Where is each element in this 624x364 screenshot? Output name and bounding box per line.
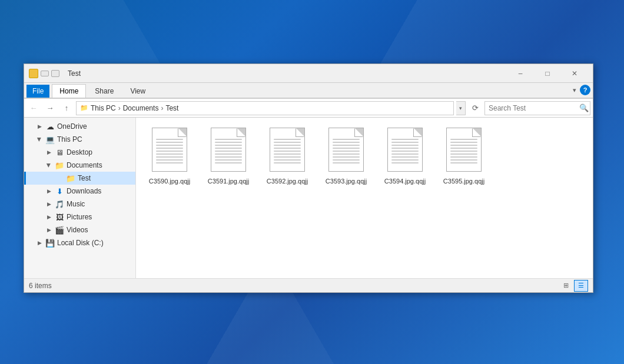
folder-icon — [29, 69, 38, 78]
path-part-1: This PC — [91, 104, 116, 112]
title-bar: Test – □ ✕ — [24, 64, 593, 83]
sidebar-label-thispc: This PC — [57, 135, 82, 143]
search-icon[interactable]: 🔍 — [579, 103, 589, 112]
view-list-button[interactable]: ☰ — [574, 280, 588, 292]
file-icon — [326, 128, 367, 175]
path-part-3: Test — [165, 104, 178, 112]
main-area: ▶ ☁ OneDrive ▶ 💻 This PC ▶ 🖥 Desktop ▶ 📁… — [24, 118, 593, 278]
sidebar-label-videos: Videos — [67, 226, 88, 234]
title-bar-icons — [29, 69, 59, 78]
refresh-button[interactable]: ⟳ — [468, 101, 482, 115]
sidebar-label-test: Test — [78, 174, 91, 182]
sidebar-label-pictures: Pictures — [67, 213, 92, 221]
file-icon — [267, 128, 308, 175]
file-icon — [443, 128, 484, 175]
minimize-button[interactable]: – — [507, 64, 534, 83]
expand-arrow-pictures: ▶ — [45, 214, 52, 220]
file-item[interactable]: C3594.jpg.qqjj — [379, 125, 432, 188]
sidebar-item-test[interactable]: ▶ 📁 Test — [24, 172, 135, 185]
tab-share[interactable]: Share — [87, 84, 121, 98]
sidebar-item-documents[interactable]: ▶ 📁 Documents — [24, 159, 135, 172]
ribbon-help-button[interactable]: ? — [580, 85, 590, 95]
test-folder-icon: 📁 — [66, 173, 75, 183]
search-box: 🔍 — [484, 101, 590, 115]
path-sep-1: › — [118, 104, 121, 112]
maximize-button[interactable]: □ — [534, 64, 561, 83]
expand-arrow-music: ▶ — [45, 201, 52, 207]
document-icon — [446, 128, 482, 172]
explorer-window: Test – □ ✕ File Home Share V — [24, 64, 593, 293]
tab-view[interactable]: View — [122, 84, 153, 98]
document-icon — [387, 128, 423, 172]
file-name: C3590.jpg.qqjj — [149, 177, 190, 185]
up-button[interactable]: ↑ — [59, 101, 74, 115]
window-title: Test — [68, 69, 507, 78]
desktop-icon: 🖥 — [55, 148, 64, 157]
onedrive-icon: ☁ — [45, 122, 55, 131]
address-dropdown[interactable]: ▾ — [456, 101, 466, 115]
sidebar-label-downloads: Downloads — [67, 187, 101, 195]
expand-arrow-thispc: ▶ — [36, 136, 42, 143]
file-name: C3592.jpg.qqjj — [267, 177, 308, 185]
file-item[interactable]: C3595.jpg.qqjj — [437, 125, 490, 188]
sidebar-label-music: Music — [67, 200, 85, 208]
expand-arrow-downloads: ▶ — [45, 188, 52, 194]
file-name: C3594.jpg.qqjj — [384, 177, 426, 185]
title-icon-small — [41, 71, 49, 76]
sidebar-item-desktop[interactable]: ▶ 🖥 Desktop — [24, 146, 135, 159]
file-item[interactable]: C3591.jpg.qqjj — [202, 125, 255, 188]
search-input[interactable] — [489, 104, 577, 112]
address-path[interactable]: 📁 This PC › Documents › Test — [76, 101, 454, 115]
ribbon-expand-icon[interactable]: ▾ — [573, 86, 576, 94]
file-item[interactable]: C3592.jpg.qqjj — [261, 125, 314, 188]
view-buttons: ⊞ ☰ — [559, 280, 588, 292]
expand-arrow-desktop: ▶ — [45, 149, 52, 155]
path-sep-2: › — [161, 104, 163, 112]
file-name: C3591.jpg.qqjj — [208, 177, 249, 185]
expand-arrow-localdisk: ▶ — [36, 240, 43, 246]
localdisk-icon: 💾 — [45, 238, 55, 248]
document-icon — [270, 128, 305, 172]
file-name: C3593.jpg.qqjj — [326, 177, 367, 185]
file-item[interactable]: C3590.jpg.qqjj — [143, 125, 196, 188]
sidebar-label-desktop: Desktop — [67, 148, 92, 156]
forward-button[interactable]: → — [43, 101, 57, 115]
file-icon — [208, 128, 249, 175]
expand-arrow-onedrive: ▶ — [36, 123, 43, 129]
ribbon: File Home Share View ▾ ? — [24, 83, 593, 99]
tab-file[interactable]: File — [26, 85, 49, 98]
document-icon — [152, 128, 187, 172]
tab-home[interactable]: Home — [52, 84, 86, 98]
documents-icon: 📁 — [55, 161, 64, 170]
sidebar-label-onedrive: OneDrive — [57, 122, 87, 131]
file-name: C3595.jpg.qqjj — [443, 177, 484, 185]
thispc-icon: 💻 — [45, 135, 55, 144]
files-grid: C3590.jpg.qqjjC3591.jpg.qqjjC3592.jpg.qq… — [143, 125, 586, 271]
file-icon — [384, 128, 426, 175]
sidebar-item-music[interactable]: ▶ 🎵 Music — [24, 198, 135, 211]
view-grid-button[interactable]: ⊞ — [559, 280, 573, 292]
item-count: 6 items — [29, 282, 52, 290]
sidebar-item-onedrive[interactable]: ▶ ☁ OneDrive — [24, 120, 135, 133]
address-bar: ← → ↑ 📁 This PC › Documents › Test ▾ ⟳ 🔍 — [24, 99, 593, 118]
sidebar: ▶ ☁ OneDrive ▶ 💻 This PC ▶ 🖥 Desktop ▶ 📁… — [24, 118, 136, 278]
back-button[interactable]: ← — [26, 101, 41, 115]
status-bar: 6 items ⊞ ☰ — [24, 278, 593, 292]
downloads-icon: ⬇ — [55, 186, 64, 196]
sidebar-item-videos[interactable]: ▶ 🎬 Videos — [24, 223, 135, 236]
title-icon-arrow — [51, 70, 59, 77]
title-controls: – □ ✕ — [507, 64, 588, 83]
document-icon — [328, 128, 364, 172]
videos-icon: 🎬 — [55, 225, 64, 235]
sidebar-item-thispc[interactable]: ▶ 💻 This PC — [24, 133, 135, 146]
file-item[interactable]: C3593.jpg.qqjj — [320, 125, 373, 188]
sidebar-item-pictures[interactable]: ▶ 🖼 Pictures — [24, 211, 135, 223]
sidebar-item-downloads[interactable]: ▶ ⬇ Downloads — [24, 185, 135, 198]
ribbon-tabs: File Home Share View ▾ ? — [24, 83, 593, 98]
sidebar-item-localdisk[interactable]: ▶ 💾 Local Disk (C:) — [24, 236, 135, 249]
path-folder-icon: 📁 — [80, 104, 88, 112]
file-icon — [149, 128, 190, 175]
pictures-icon: 🖼 — [55, 212, 64, 222]
close-button[interactable]: ✕ — [561, 64, 588, 83]
path-part-2: Documents — [123, 104, 159, 112]
